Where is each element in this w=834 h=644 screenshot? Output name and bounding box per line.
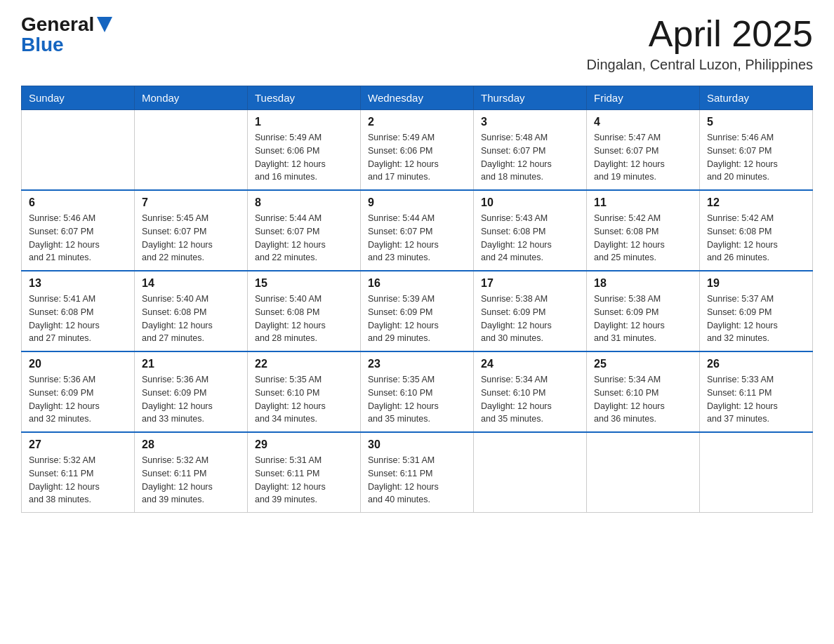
day-info: Sunrise: 5:39 AMSunset: 6:09 PMDaylight:… bbox=[368, 293, 466, 345]
day-number: 12 bbox=[707, 196, 805, 209]
calendar-cell-w5-d1: 27Sunrise: 5:32 AMSunset: 6:11 PMDayligh… bbox=[22, 432, 135, 513]
day-info: Sunrise: 5:33 AMSunset: 6:11 PMDaylight:… bbox=[707, 373, 805, 426]
day-number: 4 bbox=[594, 116, 692, 128]
day-info: Sunrise: 5:43 AMSunset: 6:08 PMDaylight:… bbox=[481, 212, 579, 264]
calendar-cell-w3-d5: 17Sunrise: 5:38 AMSunset: 6:09 PMDayligh… bbox=[474, 271, 587, 351]
day-number: 21 bbox=[142, 358, 240, 370]
calendar-cell-w5-d2: 28Sunrise: 5:32 AMSunset: 6:11 PMDayligh… bbox=[135, 432, 248, 513]
day-number: 3 bbox=[481, 116, 579, 128]
day-info: Sunrise: 5:31 AMSunset: 6:11 PMDaylight:… bbox=[255, 454, 353, 507]
day-number: 27 bbox=[29, 438, 127, 451]
col-monday: Monday bbox=[135, 86, 248, 110]
calendar-cell-w3-d3: 15Sunrise: 5:40 AMSunset: 6:08 PMDayligh… bbox=[248, 271, 361, 351]
day-info: Sunrise: 5:41 AMSunset: 6:08 PMDaylight:… bbox=[29, 293, 127, 345]
month-title: April 2025 bbox=[587, 14, 813, 54]
day-number: 25 bbox=[594, 358, 692, 370]
day-info: Sunrise: 5:37 AMSunset: 6:09 PMDaylight:… bbox=[707, 293, 805, 345]
calendar-cell-w3-d1: 13Sunrise: 5:41 AMSunset: 6:08 PMDayligh… bbox=[22, 271, 135, 351]
logo-triangle-icon bbox=[97, 17, 112, 32]
calendar-week-3: 13Sunrise: 5:41 AMSunset: 6:08 PMDayligh… bbox=[22, 271, 813, 351]
calendar-week-5: 27Sunrise: 5:32 AMSunset: 6:11 PMDayligh… bbox=[22, 432, 813, 513]
day-info: Sunrise: 5:44 AMSunset: 6:07 PMDaylight:… bbox=[255, 212, 353, 264]
calendar-week-2: 6Sunrise: 5:46 AMSunset: 6:07 PMDaylight… bbox=[22, 190, 813, 271]
day-number: 5 bbox=[707, 116, 805, 128]
day-info: Sunrise: 5:48 AMSunset: 6:07 PMDaylight:… bbox=[481, 131, 579, 184]
day-info: Sunrise: 5:40 AMSunset: 6:08 PMDaylight:… bbox=[142, 293, 240, 345]
calendar-cell-w4-d4: 23Sunrise: 5:35 AMSunset: 6:10 PMDayligh… bbox=[361, 351, 474, 432]
calendar-cell-w5-d5 bbox=[474, 432, 587, 513]
day-number: 22 bbox=[255, 358, 353, 370]
svg-marker-0 bbox=[97, 17, 112, 32]
title-block: April 2025 Dingalan, Central Luzon, Phil… bbox=[587, 14, 813, 73]
day-info: Sunrise: 5:42 AMSunset: 6:08 PMDaylight:… bbox=[707, 212, 805, 264]
calendar-cell-w2-d3: 8Sunrise: 5:44 AMSunset: 6:07 PMDaylight… bbox=[248, 190, 361, 271]
calendar-cell-w3-d6: 18Sunrise: 5:38 AMSunset: 6:09 PMDayligh… bbox=[587, 271, 700, 351]
calendar-header-row: Sunday Monday Tuesday Wednesday Thursday… bbox=[22, 86, 813, 110]
calendar-cell-w3-d2: 14Sunrise: 5:40 AMSunset: 6:08 PMDayligh… bbox=[135, 271, 248, 351]
calendar-cell-w5-d4: 30Sunrise: 5:31 AMSunset: 6:11 PMDayligh… bbox=[361, 432, 474, 513]
day-number: 20 bbox=[29, 358, 127, 370]
col-sunday: Sunday bbox=[22, 86, 135, 110]
day-number: 8 bbox=[255, 196, 353, 209]
col-friday: Friday bbox=[587, 86, 700, 110]
day-info: Sunrise: 5:34 AMSunset: 6:10 PMDaylight:… bbox=[481, 373, 579, 426]
calendar-cell-w3-d7: 19Sunrise: 5:37 AMSunset: 6:09 PMDayligh… bbox=[700, 271, 813, 351]
calendar-cell-w4-d6: 25Sunrise: 5:34 AMSunset: 6:10 PMDayligh… bbox=[587, 351, 700, 432]
day-info: Sunrise: 5:49 AMSunset: 6:06 PMDaylight:… bbox=[368, 131, 466, 184]
calendar-cell-w1-d5: 3Sunrise: 5:48 AMSunset: 6:07 PMDaylight… bbox=[474, 110, 587, 191]
calendar-cell-w1-d3: 1Sunrise: 5:49 AMSunset: 6:06 PMDaylight… bbox=[248, 110, 361, 191]
page-header: General Blue April 2025 Dingalan, Centra… bbox=[21, 14, 813, 73]
day-info: Sunrise: 5:35 AMSunset: 6:10 PMDaylight:… bbox=[255, 373, 353, 426]
day-info: Sunrise: 5:32 AMSunset: 6:11 PMDaylight:… bbox=[142, 454, 240, 507]
calendar-week-1: 1Sunrise: 5:49 AMSunset: 6:06 PMDaylight… bbox=[22, 110, 813, 191]
day-info: Sunrise: 5:45 AMSunset: 6:07 PMDaylight:… bbox=[142, 212, 240, 264]
calendar-cell-w4-d7: 26Sunrise: 5:33 AMSunset: 6:11 PMDayligh… bbox=[700, 351, 813, 432]
day-info: Sunrise: 5:40 AMSunset: 6:08 PMDaylight:… bbox=[255, 293, 353, 345]
calendar-cell-w1-d6: 4Sunrise: 5:47 AMSunset: 6:07 PMDaylight… bbox=[587, 110, 700, 191]
day-info: Sunrise: 5:34 AMSunset: 6:10 PMDaylight:… bbox=[594, 373, 692, 426]
day-number: 2 bbox=[368, 116, 466, 128]
day-info: Sunrise: 5:32 AMSunset: 6:11 PMDaylight:… bbox=[29, 454, 127, 507]
calendar-cell-w1-d1 bbox=[22, 110, 135, 191]
day-info: Sunrise: 5:31 AMSunset: 6:11 PMDaylight:… bbox=[368, 454, 466, 507]
calendar-cell-w5-d6 bbox=[587, 432, 700, 513]
day-info: Sunrise: 5:38 AMSunset: 6:09 PMDaylight:… bbox=[594, 293, 692, 345]
calendar-cell-w3-d4: 16Sunrise: 5:39 AMSunset: 6:09 PMDayligh… bbox=[361, 271, 474, 351]
calendar-cell-w2-d4: 9Sunrise: 5:44 AMSunset: 6:07 PMDaylight… bbox=[361, 190, 474, 271]
day-number: 10 bbox=[481, 196, 579, 209]
col-wednesday: Wednesday bbox=[361, 86, 474, 110]
location-text: Dingalan, Central Luzon, Philippines bbox=[587, 57, 813, 73]
calendar-cell-w4-d2: 21Sunrise: 5:36 AMSunset: 6:09 PMDayligh… bbox=[135, 351, 248, 432]
day-number: 6 bbox=[29, 196, 127, 209]
col-tuesday: Tuesday bbox=[248, 86, 361, 110]
day-number: 24 bbox=[481, 358, 579, 370]
day-info: Sunrise: 5:36 AMSunset: 6:09 PMDaylight:… bbox=[29, 373, 127, 426]
day-info: Sunrise: 5:35 AMSunset: 6:10 PMDaylight:… bbox=[368, 373, 466, 426]
calendar-cell-w2-d1: 6Sunrise: 5:46 AMSunset: 6:07 PMDaylight… bbox=[22, 190, 135, 271]
day-number: 15 bbox=[255, 277, 353, 290]
logo: General Blue bbox=[21, 14, 112, 55]
calendar-cell-w5-d3: 29Sunrise: 5:31 AMSunset: 6:11 PMDayligh… bbox=[248, 432, 361, 513]
day-number: 28 bbox=[142, 438, 240, 451]
calendar-cell-w2-d6: 11Sunrise: 5:42 AMSunset: 6:08 PMDayligh… bbox=[587, 190, 700, 271]
calendar-cell-w2-d5: 10Sunrise: 5:43 AMSunset: 6:08 PMDayligh… bbox=[474, 190, 587, 271]
day-number: 26 bbox=[707, 358, 805, 370]
day-info: Sunrise: 5:44 AMSunset: 6:07 PMDaylight:… bbox=[368, 212, 466, 264]
day-number: 29 bbox=[255, 438, 353, 451]
calendar-cell-w1-d7: 5Sunrise: 5:46 AMSunset: 6:07 PMDaylight… bbox=[700, 110, 813, 191]
calendar-cell-w2-d2: 7Sunrise: 5:45 AMSunset: 6:07 PMDaylight… bbox=[135, 190, 248, 271]
day-number: 17 bbox=[481, 277, 579, 290]
calendar-cell-w1-d4: 2Sunrise: 5:49 AMSunset: 6:06 PMDaylight… bbox=[361, 110, 474, 191]
day-number: 7 bbox=[142, 196, 240, 209]
calendar-cell-w5-d7 bbox=[700, 432, 813, 513]
day-info: Sunrise: 5:38 AMSunset: 6:09 PMDaylight:… bbox=[481, 293, 579, 345]
day-number: 14 bbox=[142, 277, 240, 290]
col-saturday: Saturday bbox=[700, 86, 813, 110]
day-number: 11 bbox=[594, 196, 692, 209]
day-number: 9 bbox=[368, 196, 466, 209]
day-info: Sunrise: 5:46 AMSunset: 6:07 PMDaylight:… bbox=[29, 212, 127, 264]
calendar-cell-w4-d1: 20Sunrise: 5:36 AMSunset: 6:09 PMDayligh… bbox=[22, 351, 135, 432]
logo-general-text: General bbox=[21, 15, 94, 34]
calendar-cell-w2-d7: 12Sunrise: 5:42 AMSunset: 6:08 PMDayligh… bbox=[700, 190, 813, 271]
day-info: Sunrise: 5:47 AMSunset: 6:07 PMDaylight:… bbox=[594, 131, 692, 184]
